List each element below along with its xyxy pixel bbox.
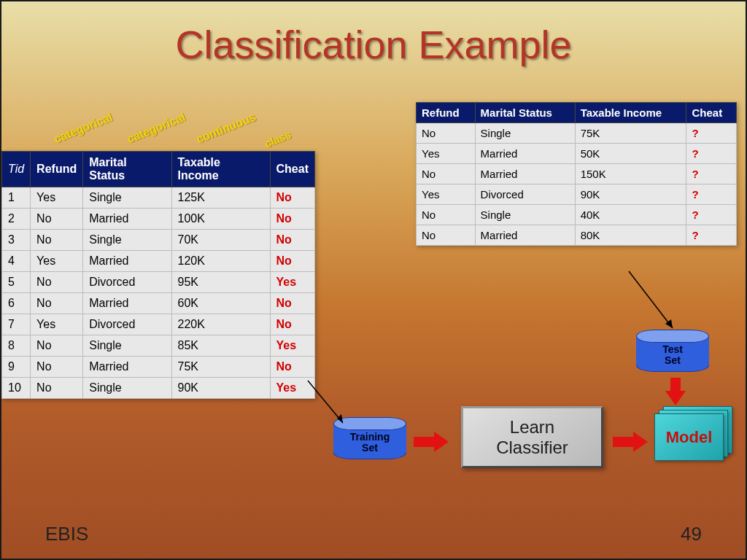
model-label: Model [654, 413, 724, 461]
th-tid: Tid [2, 152, 31, 187]
table-row: NoSingle40K? [417, 205, 737, 225]
annotation-continuous: continuous [195, 111, 258, 147]
th-refund: Refund [417, 103, 476, 123]
th-cheat: Cheat [686, 103, 737, 123]
table-row: YesMarried50K? [417, 144, 737, 164]
test-table: Refund Marital Status Taxable Income Che… [416, 102, 737, 246]
test-set-label: TestSet [636, 344, 709, 367]
table-row: 8NoSingle85KYes [2, 335, 315, 357]
annotation-categorical-1: categorical [53, 111, 115, 146]
table-row: 10NoSingle90KYes [2, 378, 315, 399]
svg-marker-1 [337, 414, 343, 423]
training-table: Tid Refund Marital Status Taxable Income… [1, 151, 315, 399]
table-row: NoMarried150K? [417, 164, 737, 184]
th-income: Taxable Income [575, 103, 686, 123]
training-set-label: TrainingSet [333, 432, 406, 454]
th-refund: Refund [31, 152, 83, 187]
footer-left: EBIS [45, 523, 88, 545]
table-row: 4YesMarried120KNo [2, 251, 315, 272]
th-income: Taxable Income [171, 152, 270, 187]
table-row: NoMarried80K? [417, 225, 737, 246]
th-marital: Marital Status [475, 103, 575, 123]
svg-line-2 [629, 271, 673, 328]
arrow-training-to-learn [414, 432, 449, 452]
table-row: 9NoMarried75KNo [2, 357, 315, 378]
table-row: 2NoMarried100KNo [2, 209, 315, 230]
arrow-table-to-training [308, 381, 352, 435]
table-row: YesDivorced90K? [417, 184, 737, 205]
table-row: 1YesSingle125KNo [2, 187, 315, 209]
arrow-table-to-test [629, 271, 687, 340]
th-marital: Marital Status [83, 152, 171, 187]
slide-title: Classification Example [1, 22, 746, 67]
table-row: 3NoSingle70KNo [2, 230, 315, 251]
svg-line-0 [308, 381, 343, 423]
annotation-categorical-2: categorical [125, 111, 187, 146]
table-row: NoSingle75K? [417, 123, 737, 144]
table-row: 7YesDivorced220KNo [2, 314, 315, 335]
table-row: 5NoDivorced95KYes [2, 272, 315, 293]
annotation-class: class [263, 128, 293, 150]
th-cheat: Cheat [270, 152, 314, 187]
footer-right: 49 [681, 523, 702, 545]
learn-classifier-box: LearnClassifier [461, 406, 603, 468]
arrow-learn-to-model [613, 432, 648, 452]
table-row: 6NoMarried60KNo [2, 293, 315, 314]
arrow-test-to-model [665, 378, 686, 405]
